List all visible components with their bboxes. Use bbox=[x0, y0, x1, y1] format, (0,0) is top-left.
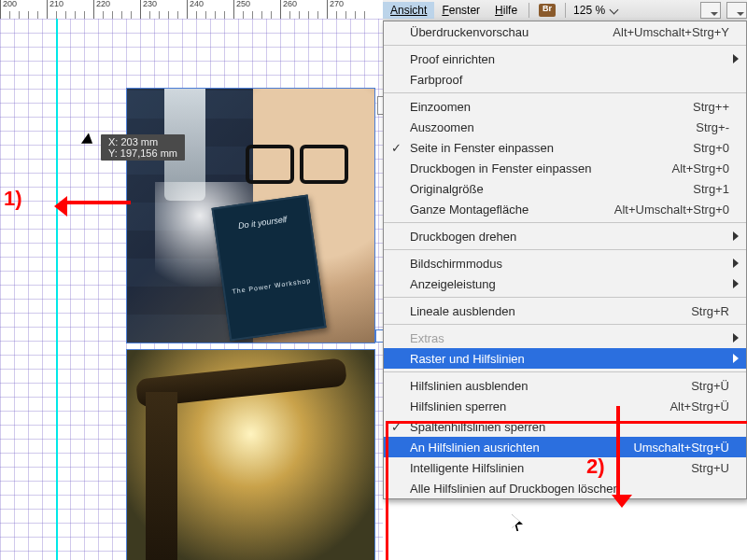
menu-fenster[interactable]: Fenster bbox=[434, 2, 487, 19]
menu-item-label: Seite in Fenster einpassen bbox=[410, 141, 680, 155]
annotation-marker-1: 1) bbox=[4, 187, 22, 211]
menu-item-label: Überdruckenvorschau bbox=[410, 25, 599, 39]
guide-line[interactable] bbox=[56, 19, 58, 560]
menu-item-label: Auszoomen bbox=[410, 120, 683, 134]
menu-item-label: Raster und Hilfslinien bbox=[410, 352, 729, 366]
menu-item-shortcut: Strg+1 bbox=[693, 182, 729, 196]
menu-item[interactable]: Extras bbox=[384, 328, 746, 348]
bridge-icon[interactable]: Br bbox=[539, 4, 556, 17]
ansicht-dropdown-menu: ÜberdruckenvorschauAlt+Umschalt+Strg+YPr… bbox=[383, 21, 747, 499]
menu-item-label: Anzeigeleistung bbox=[410, 277, 729, 291]
submenu-arrow-icon bbox=[733, 333, 739, 343]
coordinate-tooltip: X: 203 mm Y: 197,156 mm bbox=[101, 134, 185, 161]
menu-item[interactable]: Proof einrichten bbox=[384, 49, 746, 69]
ruler-tick: 220 bbox=[93, 0, 94, 19]
menu-item[interactable]: ÜberdruckenvorschauAlt+Umschalt+Strg+Y bbox=[384, 21, 746, 42]
menu-item-label: Intelligente Hilfslinien bbox=[410, 461, 678, 475]
menu-item[interactable]: Anzeigeleistung bbox=[384, 273, 746, 294]
image-frame-2[interactable] bbox=[126, 349, 375, 560]
menu-item[interactable]: AuszoomenStrg+- bbox=[384, 117, 746, 137]
menu-item-shortcut: Alt+Strg+Ü bbox=[669, 399, 729, 413]
menu-item-label: An Hilfslinien ausrichten bbox=[410, 441, 620, 455]
menu-hilfe[interactable]: Hilfe bbox=[487, 2, 525, 19]
menu-item[interactable]: Ganze MontageflächeAlt+Umschalt+Strg+0 bbox=[384, 199, 746, 219]
menu-item[interactable]: Druckbogen in Fenster einpassenAlt+Strg+… bbox=[384, 158, 746, 178]
menu-item-shortcut: Strg+- bbox=[696, 120, 729, 134]
submenu-arrow-icon bbox=[733, 231, 739, 241]
zoom-level[interactable]: 125 % bbox=[570, 4, 609, 17]
menu-item[interactable]: Alle Hilfslinien auf Druckbogen löschen bbox=[384, 478, 746, 498]
menu-item-shortcut: Strg+0 bbox=[693, 141, 729, 155]
book-cover: Do it yourself The Power Workshop bbox=[211, 194, 326, 341]
menu-item[interactable]: Lineale ausblendenStrg+R bbox=[384, 301, 746, 321]
mouse-cursor-icon bbox=[512, 514, 523, 531]
menu-item-label: Lineale ausblenden bbox=[410, 304, 678, 318]
menu-item[interactable]: EinzoomenStrg++ bbox=[384, 96, 746, 117]
menu-bar: Ansicht Fenster Hilfe Br 125 % bbox=[383, 0, 747, 21]
menu-item-shortcut: Strg++ bbox=[693, 100, 729, 114]
menu-item-label: Ganze Montagefläche bbox=[410, 203, 601, 217]
annotation-arrow-1 bbox=[67, 201, 131, 204]
annotation-marker-2: 2) bbox=[586, 455, 605, 479]
menu-item-label: Einzoomen bbox=[410, 100, 680, 114]
menu-item-shortcut: Umschalt+Strg+Ü bbox=[633, 441, 729, 455]
submenu-arrow-icon bbox=[733, 354, 739, 363]
menu-item-label: Originalgröße bbox=[410, 182, 680, 196]
annotation-arrow-2 bbox=[616, 406, 620, 495]
menu-item[interactable]: ✓Spaltenhilfslinien sperren bbox=[384, 416, 746, 437]
ruler-tick: 240 bbox=[187, 0, 188, 19]
menu-item-label: Hilfslinien ausblenden bbox=[410, 379, 678, 393]
submenu-arrow-icon bbox=[733, 259, 739, 268]
menu-item-shortcut: Strg+R bbox=[691, 304, 729, 318]
menu-item-label: Druckbogen drehen bbox=[410, 230, 729, 244]
menu-item[interactable]: ✓Seite in Fenster einpassenStrg+0 bbox=[384, 137, 746, 158]
image-frame-1[interactable]: Do it yourself The Power Workshop bbox=[126, 88, 375, 343]
check-icon: ✓ bbox=[391, 420, 402, 434]
menu-item-label: Druckbogen in Fenster einpassen bbox=[410, 161, 659, 175]
menu-item-label: Farbproof bbox=[410, 73, 729, 87]
chevron-down-icon[interactable] bbox=[610, 5, 619, 14]
menu-item-label: Spaltenhilfslinien sperren bbox=[410, 420, 729, 434]
menu-item[interactable]: Druckbogen drehen bbox=[384, 226, 746, 246]
menu-item-shortcut: Alt+Strg+0 bbox=[672, 161, 729, 175]
menu-item-shortcut: Alt+Umschalt+Strg+Y bbox=[613, 25, 729, 39]
screen-mode-button[interactable] bbox=[700, 2, 721, 19]
menu-ansicht[interactable]: Ansicht bbox=[383, 2, 434, 19]
menu-item[interactable]: Farbproof bbox=[384, 69, 746, 90]
ruler-tick: 200 bbox=[0, 0, 1, 19]
submenu-arrow-icon bbox=[733, 279, 739, 288]
menu-item-shortcut: Strg+U bbox=[691, 461, 729, 475]
ruler-tick: 210 bbox=[47, 0, 48, 19]
book-title: Do it yourself bbox=[216, 212, 309, 234]
ruler-tick: 230 bbox=[140, 0, 141, 19]
menu-item[interactable]: Raster und Hilfslinien bbox=[384, 348, 746, 369]
menu-item-label: Proof einrichten bbox=[410, 52, 729, 66]
menu-item[interactable]: Intelligente HilfslinienStrg+U bbox=[384, 457, 746, 478]
arrange-button[interactable] bbox=[726, 2, 747, 19]
menu-item[interactable]: Hilfslinien sperrenAlt+Strg+Ü bbox=[384, 396, 746, 416]
check-icon: ✓ bbox=[391, 141, 402, 155]
menu-item[interactable]: An Hilfslinien ausrichtenUmschalt+Strg+Ü bbox=[384, 437, 746, 457]
menu-item-shortcut: Strg+Ü bbox=[691, 379, 729, 393]
menu-item-label: Alle Hilfslinien auf Druckbogen löschen bbox=[410, 482, 729, 496]
book-subtitle: The Power Workshop bbox=[225, 276, 318, 296]
menu-item-label: Extras bbox=[410, 331, 729, 345]
submenu-arrow-icon bbox=[733, 54, 739, 63]
menu-item[interactable]: Hilfslinien ausblendenStrg+Ü bbox=[384, 375, 746, 396]
document-area[interactable]: Do it yourself The Power Workshop X: 203… bbox=[0, 19, 383, 560]
ruler-tick: 270 bbox=[327, 0, 328, 19]
menu-item[interactable]: Bildschirmmodus bbox=[384, 253, 746, 273]
menu-item-shortcut: Alt+Umschalt+Strg+0 bbox=[614, 203, 729, 217]
menu-item-label: Bildschirmmodus bbox=[410, 257, 729, 271]
ruler-tick: 250 bbox=[233, 0, 234, 19]
ruler-tick: 260 bbox=[280, 0, 281, 19]
menu-item[interactable]: OriginalgrößeStrg+1 bbox=[384, 178, 746, 199]
